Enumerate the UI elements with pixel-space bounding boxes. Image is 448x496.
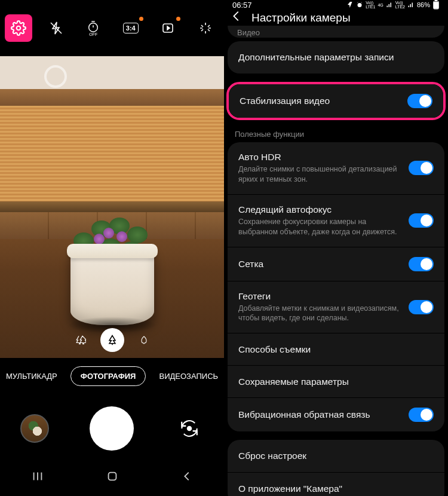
row-saved-params[interactable]: Сохраняемые параметры — [228, 365, 444, 397]
row-title: Сетка — [238, 259, 401, 270]
recent-icon — [31, 470, 44, 483]
leaf-icon — [139, 335, 149, 345]
svg-marker-4 — [167, 26, 170, 30]
indicator-dot — [176, 17, 180, 21]
signal-icon — [407, 1, 415, 8]
row-auto-hdr[interactable]: Авто HDR Делайте снимки с повышенной дет… — [228, 142, 444, 194]
camera-top-toolbar: OFF 3:4 — [0, 0, 224, 56]
indicator-dot — [139, 17, 143, 21]
effects-button[interactable] — [192, 14, 219, 42]
row-title: Сохраняемые параметры — [238, 376, 434, 387]
row-about[interactable]: О приложении "Камера" — [228, 472, 444, 496]
useful-card: Авто HDR Делайте снимки с повышенной дет… — [228, 142, 444, 431]
page-title: Настройки камеры — [251, 11, 351, 25]
status-bar: 06:57 Vo))LTE1 4G Vo))LTE2 86% — [224, 0, 448, 10]
mode-selector[interactable]: МУЛЬТИКАДР ФОТОГРАФИЯ ВИДЕОЗАПИСЬ — [0, 358, 224, 394]
row-title: О приложении "Камера" — [238, 483, 434, 494]
row-title: Следящий автофокус — [238, 204, 401, 215]
row-title: Способы съемки — [238, 344, 434, 355]
settings-button[interactable] — [5, 14, 32, 42]
row-grid[interactable]: Сетка — [228, 247, 444, 281]
video-section-partial: Видео — [228, 26, 444, 38]
flash-off-icon — [49, 21, 63, 35]
video-card: Дополнительные параметры записи — [228, 41, 444, 74]
home-icon — [106, 470, 119, 483]
status-time: 06:57 — [232, 1, 252, 10]
zoom-selector — [72, 328, 153, 352]
zoom-tele[interactable] — [135, 331, 153, 349]
toggle-grid[interactable] — [409, 257, 434, 271]
svg-rect-13 — [434, 2, 438, 9]
filters-icon — [198, 21, 213, 35]
focus-indicator — [44, 65, 67, 88]
svg-point-10 — [358, 3, 362, 7]
battery-text: 86% — [417, 1, 430, 8]
ratio-button[interactable]: 3:4 — [117, 14, 145, 42]
svg-rect-12 — [435, 0, 437, 1]
mode-video[interactable]: ВИДЕОЗАПИСЬ — [159, 372, 218, 381]
tree-icon — [106, 334, 118, 346]
svg-point-5 — [188, 426, 191, 430]
timer-off-icon — [87, 20, 100, 33]
row-tracking-af[interactable]: Следящий автофокус Сохранение фокусировк… — [228, 194, 444, 247]
toggle-tracking-af[interactable] — [409, 213, 434, 228]
row-title: Дополнительные параметры записи — [238, 52, 434, 63]
gallery-thumbnail[interactable] — [20, 414, 49, 443]
gear-icon — [11, 20, 26, 36]
row-geotags[interactable]: Геотеги Добавляйте метки к снимкам и вид… — [228, 281, 444, 333]
settings-header: Настройки камеры — [224, 10, 448, 26]
battery-icon — [432, 0, 440, 10]
camera-viewfinder[interactable] — [0, 56, 224, 358]
section-label-video: Видео — [237, 28, 260, 37]
nav-recent[interactable] — [31, 470, 44, 485]
android-nav-bar — [0, 463, 224, 492]
toggle-auto-hdr[interactable] — [409, 161, 434, 175]
nav-back[interactable] — [180, 470, 194, 485]
row-subtitle: Добавляйте метки к снимкам и видеозапися… — [238, 304, 401, 324]
tree-icon — [75, 335, 86, 345]
chevron-left-icon — [230, 10, 243, 23]
mode-photo[interactable]: ФОТОГРАФИЯ — [70, 366, 146, 386]
viewfinder-scene — [0, 56, 224, 358]
row-subtitle: Сохранение фокусировки камеры на выбранн… — [238, 217, 401, 237]
toggle-stabilization[interactable] — [407, 94, 432, 108]
location-icon — [346, 1, 354, 8]
row-extra-recording[interactable]: Дополнительные параметры записи — [228, 41, 444, 74]
back-button[interactable] — [230, 10, 243, 26]
highlight-stabilization: Стабилизация видео — [226, 82, 446, 120]
row-video-stabilization[interactable]: Стабилизация видео — [229, 84, 443, 118]
row-subtitle: Делайте снимки с повышенной детализацией… — [238, 164, 401, 185]
status-icons: Vo))LTE1 4G Vo))LTE2 86% — [346, 0, 440, 10]
row-haptic[interactable]: Вибрационная обратная связь — [228, 397, 444, 431]
shutter-row — [0, 394, 224, 463]
ratio-icon: 3:4 — [123, 23, 139, 33]
motion-photo-icon — [161, 21, 175, 35]
back-icon — [180, 470, 194, 483]
toggle-haptic[interactable] — [409, 408, 434, 422]
camera-panel: OFF 3:4 — [0, 0, 224, 496]
section-label-useful: Полезные функции — [224, 127, 448, 142]
timer-button[interactable]: OFF — [79, 14, 107, 42]
svg-rect-9 — [108, 473, 116, 480]
settings-list[interactable]: Видео Дополнительные параметры записи Ст… — [224, 26, 448, 496]
switch-camera-button[interactable] — [175, 414, 204, 443]
nav-home[interactable] — [106, 470, 119, 485]
zoom-wide[interactable] — [100, 328, 124, 352]
row-shooting-methods[interactable]: Способы съемки — [228, 333, 444, 365]
zoom-ultrawide[interactable] — [72, 331, 90, 349]
motion-photo-button[interactable] — [154, 14, 182, 42]
flash-button[interactable] — [42, 14, 70, 42]
mode-multi[interactable]: МУЛЬТИКАДР — [6, 372, 57, 381]
row-title: Стабилизация видео — [240, 96, 400, 106]
row-title: Сброс настроек — [238, 451, 434, 461]
footer-card: Сброс настроек О приложении "Камера" — [228, 440, 444, 496]
row-title: Геотеги — [238, 291, 401, 302]
toggle-geotags[interactable] — [409, 300, 434, 314]
alarm-icon — [356, 1, 363, 8]
switch-camera-icon — [179, 418, 200, 439]
shutter-button[interactable] — [90, 406, 134, 451]
signal-icon — [386, 1, 393, 8]
row-title: Вибрационная обратная связь — [238, 409, 401, 420]
row-reset[interactable]: Сброс настроек — [228, 440, 444, 472]
row-title: Авто HDR — [238, 152, 401, 163]
